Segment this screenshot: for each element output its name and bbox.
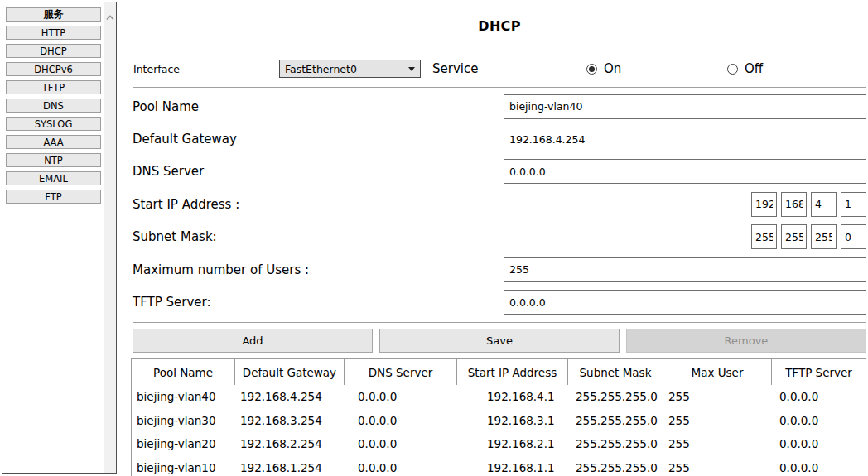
- table-cell: 0.0.0.0: [772, 432, 866, 456]
- table-header: Pool Name Default Gateway DNS Server Sta…: [132, 359, 866, 385]
- start-ip-octet-3[interactable]: [841, 192, 866, 217]
- page-title: DHCP: [133, 18, 866, 34]
- table-header-cell: Subnet Mask: [568, 359, 663, 385]
- table-row[interactable]: biejing-vlan10 192.168.1.254 0.0.0.0 192…: [132, 456, 866, 476]
- table-header-cell: Pool Name: [132, 359, 235, 385]
- max-users-input[interactable]: [504, 257, 866, 282]
- subnet-mask-octet-1[interactable]: [781, 224, 807, 249]
- divider: [133, 46, 866, 46]
- table-cell: 255: [663, 456, 772, 476]
- table-cell: 192.168.2.1: [457, 432, 568, 456]
- sidebar-button-column: 服务 HTTP DHCP DHCPv6 TFTP DNS SYSLOG AAA …: [2, 2, 104, 473]
- table-cell: 255: [663, 432, 772, 456]
- sidebar-item-tftp[interactable]: TFTP: [6, 80, 101, 94]
- add-button[interactable]: Add: [133, 329, 373, 353]
- table-cell: biejing-vlan30: [132, 409, 235, 433]
- service-off-radio[interactable]: Off: [727, 61, 763, 76]
- table-cell: 255: [663, 385, 772, 409]
- sidebar-item-dns[interactable]: DNS: [6, 99, 101, 113]
- sidebar-item-ftp[interactable]: FTP: [6, 190, 101, 204]
- table-cell: 0.0.0.0: [772, 409, 866, 433]
- table-cell: 0.0.0.0: [345, 409, 457, 433]
- table-cell: 192.168.4.1: [457, 385, 568, 409]
- table-cell: 192.168.4.254: [235, 385, 345, 409]
- interface-select-value: FastEthernet0: [285, 63, 357, 75]
- table-cell: 255.255.255.0: [568, 385, 663, 409]
- table-header-cell: Start IP Address: [457, 359, 568, 385]
- start-ip-octet-1[interactable]: [781, 192, 807, 217]
- table-cell: biejing-vlan40: [132, 385, 235, 409]
- sidebar-item-http[interactable]: HTTP: [6, 26, 101, 40]
- interface-select[interactable]: FastEthernet0: [279, 60, 421, 78]
- table-cell: 192.168.1.1: [457, 456, 568, 476]
- dhcp-pools-table: Pool Name Default Gateway DNS Server Sta…: [131, 358, 866, 476]
- dns-server-row: DNS Server: [133, 156, 866, 188]
- table-cell: 192.168.3.1: [457, 409, 568, 433]
- subnet-mask-octet-0[interactable]: [751, 224, 777, 249]
- service-on-radio[interactable]: On: [586, 61, 621, 76]
- scroll-up-icon[interactable]: [106, 8, 114, 24]
- table-cell: 192.168.3.254: [235, 409, 345, 433]
- sidebar-item-aaa[interactable]: AAA: [6, 135, 101, 149]
- save-button[interactable]: Save: [379, 329, 620, 353]
- table-cell: 0.0.0.0: [772, 456, 866, 476]
- max-users-label: Maximum number of Users :: [133, 262, 309, 277]
- pool-name-row: Pool Name: [133, 90, 866, 123]
- subnet-mask-label: Subnet Mask:: [133, 229, 217, 244]
- subnet-mask-octet-2[interactable]: [811, 224, 837, 249]
- table-cell: 255.255.255.0: [568, 432, 663, 456]
- table-header-cell: DNS Server: [345, 359, 457, 385]
- table-cell: 192.168.1.254: [235, 456, 345, 476]
- table-cell: 0.0.0.0: [772, 385, 866, 409]
- table-header-cell: Default Gateway: [235, 359, 345, 385]
- table-cell: 0.0.0.0: [345, 432, 457, 456]
- services-sidebar: 服务 HTTP DHCP DHCPv6 TFTP DNS SYSLOG AAA …: [2, 2, 117, 474]
- table-cell: 0.0.0.0: [345, 385, 457, 409]
- dns-server-input[interactable]: [504, 159, 866, 184]
- service-label: Service: [432, 61, 478, 76]
- start-ip-row: Start IP Address :: [133, 188, 866, 220]
- interface-service-row: Interface FastEthernet0 Service On Off: [133, 58, 866, 79]
- remove-button[interactable]: Remove: [626, 329, 866, 353]
- sidebar-header-services: 服务: [6, 7, 101, 22]
- start-ip-octets: [751, 192, 866, 217]
- table-cell: 255.255.255.0: [568, 409, 663, 433]
- divider: [133, 322, 866, 323]
- default-gateway-row: Default Gateway: [133, 123, 866, 155]
- pool-name-input[interactable]: [504, 94, 866, 119]
- default-gateway-label: Default Gateway: [133, 132, 237, 147]
- table-cell: 192.168.2.254: [235, 432, 345, 456]
- tftp-server-label: TFTP Server:: [133, 295, 210, 310]
- table-row[interactable]: biejing-vlan30 192.168.3.254 0.0.0.0 192…: [132, 409, 866, 433]
- table-body: biejing-vlan40 192.168.4.254 0.0.0.0 192…: [132, 385, 866, 476]
- start-ip-octet-0[interactable]: [751, 192, 777, 217]
- start-ip-octet-2[interactable]: [811, 192, 837, 217]
- tftp-server-row: TFTP Server:: [133, 286, 866, 318]
- sidebar-item-ntp[interactable]: NTP: [6, 153, 101, 167]
- start-ip-label: Start IP Address :: [133, 197, 239, 212]
- subnet-mask-row: Subnet Mask:: [133, 221, 866, 253]
- service-on-label: On: [604, 61, 621, 76]
- sidebar-item-email[interactable]: EMAIL: [6, 171, 101, 185]
- subnet-mask-octet-3[interactable]: [841, 224, 866, 249]
- dhcp-pool-form: Pool Name Default Gateway DNS Server Sta…: [133, 90, 866, 319]
- sidebar-scrollbar[interactable]: [104, 2, 116, 473]
- action-buttons: Add Save Remove: [133, 329, 866, 353]
- sidebar-item-dhcpv6[interactable]: DHCPv6: [6, 62, 101, 76]
- table-row[interactable]: biejing-vlan20 192.168.2.254 0.0.0.0 192…: [132, 432, 866, 456]
- interface-label: Interface: [133, 63, 180, 75]
- radio-checked-icon: [586, 64, 597, 75]
- divider: [133, 87, 866, 88]
- table-row[interactable]: biejing-vlan40 192.168.4.254 0.0.0.0 192…: [132, 385, 866, 409]
- table-cell: biejing-vlan10: [132, 456, 235, 476]
- sidebar-item-dhcp[interactable]: DHCP: [6, 44, 101, 58]
- dropdown-arrow-icon: [408, 67, 415, 71]
- subnet-mask-octets: [751, 224, 866, 249]
- tftp-server-input[interactable]: [504, 290, 866, 315]
- table-cell: 0.0.0.0: [345, 456, 457, 476]
- sidebar-item-syslog[interactable]: SYSLOG: [6, 117, 101, 131]
- default-gateway-input[interactable]: [504, 127, 866, 151]
- table-header-cell: Max User: [663, 359, 772, 385]
- radio-unchecked-icon: [727, 64, 738, 75]
- table-cell: 255.255.255.0: [568, 456, 663, 476]
